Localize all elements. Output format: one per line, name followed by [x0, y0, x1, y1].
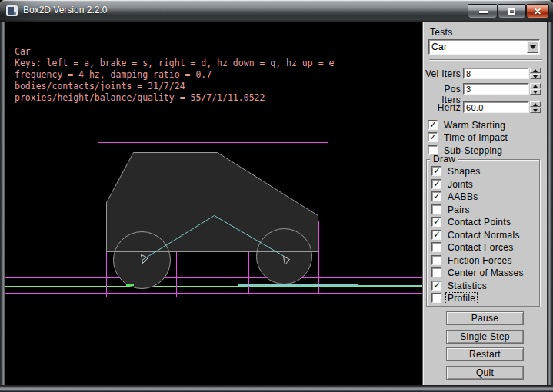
checkbox-label: Profile: [446, 293, 477, 304]
checkbox-box[interactable]: ✓: [431, 179, 441, 189]
arrow-down-icon: [533, 75, 538, 78]
checkbox-label: Center of Masses: [446, 267, 525, 278]
hertz-spinner: Hertz 60.0: [423, 101, 548, 113]
check-icon: ✓: [433, 216, 441, 227]
checkbox-label: Statistics: [446, 281, 488, 291]
vel-iters-spinner: Vel Iters 8: [423, 68, 548, 79]
check-icon: ✓: [433, 178, 441, 189]
checkbox-label: Friction Forces: [446, 255, 514, 266]
stats-text: Car Keys: left = a, brake = s, right = d…: [15, 46, 334, 104]
checkbox-box[interactable]: [431, 204, 441, 214]
chevron-down-icon: [530, 45, 536, 49]
window-border-left: [0, 22, 5, 385]
check-icon: ✓: [433, 191, 441, 201]
quit-button[interactable]: Quit: [446, 366, 524, 380]
pause-button[interactable]: Pause: [446, 311, 524, 325]
window-border-right: [547, 22, 553, 385]
checkbox-label: Warm Starting: [442, 120, 507, 131]
checkbox-label: Pairs: [446, 204, 471, 215]
minimize-icon: [479, 11, 488, 13]
contact-point-marker: [126, 284, 134, 286]
checkbox-box[interactable]: [431, 267, 441, 277]
restart-button[interactable]: Restart: [446, 347, 524, 361]
tests-dropdown[interactable]: Car: [428, 39, 540, 55]
checkbox-label: Contact Forces: [446, 242, 515, 253]
draw-group-legend: Draw: [430, 154, 458, 164]
window-title: Box2D Version 2.2.0: [23, 5, 107, 15]
arrow-up-icon: [533, 69, 538, 72]
arrow-down-icon: [533, 109, 538, 112]
vel-iters-down-button[interactable]: [530, 74, 541, 79]
maximize-icon: [508, 8, 515, 15]
checkbox-box[interactable]: ✓: [431, 281, 441, 291]
hertz-input[interactable]: 60.0: [463, 101, 529, 113]
app-icon-pane: [8, 7, 14, 15]
checkbox-box[interactable]: [431, 242, 441, 252]
hertz-down-button[interactable]: [530, 108, 541, 113]
checkbox-box[interactable]: [431, 255, 441, 265]
tests-selected-value: Car: [431, 42, 447, 52]
check-icon: ✓: [433, 165, 441, 176]
check-icon: ✓: [433, 229, 441, 240]
checkbox-label: Contact Points: [446, 217, 512, 228]
vel-iters-label: Vel Iters: [423, 68, 461, 79]
check-icon: ✓: [433, 280, 441, 291]
close-icon: ✕: [527, 6, 548, 17]
vel-iters-input[interactable]: 8: [463, 68, 529, 79]
checkbox-box[interactable]: ✓: [428, 120, 438, 130]
app-icon-pane-small: [14, 12, 16, 15]
pos-iters-input[interactable]: 3: [463, 83, 529, 95]
hertz-up-button[interactable]: [530, 101, 541, 107]
checkbox-box[interactable]: [431, 293, 441, 303]
checkbox-label: Shapes: [446, 166, 482, 177]
checkbox-box[interactable]: ✓: [431, 230, 441, 240]
vel-iters-up-button[interactable]: [530, 68, 541, 73]
pos-iters-spinner: Pos Iters 3: [423, 83, 548, 95]
close-button[interactable]: ✕: [526, 4, 549, 18]
pos-iters-up-button[interactable]: [530, 83, 541, 88]
pos-iters-down-button[interactable]: [530, 89, 541, 95]
checkbox-box[interactable]: ✓: [431, 217, 441, 227]
app-window: Box2D Version 2.2.0 ✕: [0, 0, 553, 392]
check-icon: ✓: [429, 131, 437, 142]
single-step-button[interactable]: Single Step: [446, 330, 524, 344]
separator: [429, 59, 542, 61]
arrow-up-icon: [533, 85, 538, 88]
minimize-button[interactable]: [468, 4, 498, 18]
checkbox-label: AABBs: [446, 191, 480, 202]
tests-dropdown-button[interactable]: [527, 41, 538, 53]
check-icon: ✓: [429, 119, 437, 130]
arrow-down-icon: [533, 91, 538, 94]
hertz-label: Hertz: [423, 102, 461, 113]
checkbox-box[interactable]: ✓: [428, 132, 438, 142]
window-border-bottom: [0, 385, 553, 392]
checkbox-box[interactable]: ✓: [431, 191, 441, 201]
simulation-canvas[interactable]: Car Keys: left = a, brake = s, right = d…: [5, 22, 422, 385]
checkbox-label: Time of Impact: [442, 132, 509, 143]
maximize-button[interactable]: [498, 4, 526, 18]
arrow-up-icon: [533, 103, 538, 106]
control-panel: Tests Car Vel Iters 8 Pos Iters 3: [422, 22, 547, 385]
checkbox-box[interactable]: ✓: [431, 166, 441, 176]
car-chassis-fill: [107, 153, 318, 252]
checkbox-label: Joints: [446, 179, 475, 190]
checkbox-label: Contact Normals: [446, 230, 521, 241]
app-icon: [6, 5, 18, 16]
titlebar[interactable]: Box2D Version 2.2.0 ✕: [0, 0, 553, 22]
tests-label: Tests: [430, 27, 453, 38]
